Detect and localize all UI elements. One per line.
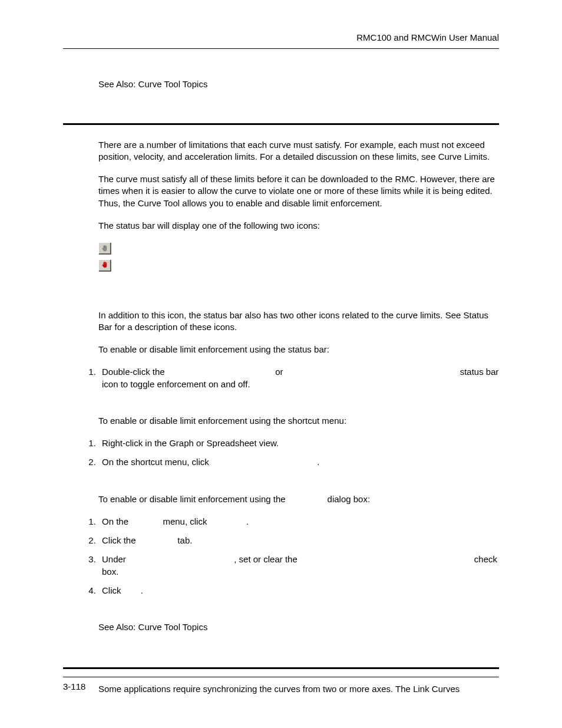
steps-dialog-box: On the menu, click . Click the tab. Unde… xyxy=(63,516,499,597)
step-text: Double-click the xyxy=(102,367,167,377)
doc-title: RMC100 and RMCWin User Manual xyxy=(356,32,499,44)
page-number: 3-118 xyxy=(63,681,85,691)
step-text: Click the xyxy=(102,535,138,545)
list-item: On the shortcut menu, click . xyxy=(98,456,499,468)
step-text: Click xyxy=(102,585,124,595)
paragraph: In addition to this icon, the status bar… xyxy=(98,309,499,334)
status-icon-enforced xyxy=(98,242,499,256)
list-item: Click . xyxy=(98,585,499,597)
step-text: . xyxy=(246,516,249,526)
step-text: , set or clear the xyxy=(234,554,300,564)
blank-placeholder xyxy=(211,457,317,467)
blank-placeholder xyxy=(300,554,472,564)
paragraph: The status bar will display one of the f… xyxy=(98,220,499,232)
step-text: . xyxy=(141,585,143,595)
paragraph: There are a number of limitations that e… xyxy=(98,139,499,163)
step-text: Under xyxy=(102,554,128,564)
blank-placeholder xyxy=(138,535,176,545)
hand-icon xyxy=(98,242,111,255)
paragraph: To enable or disable limit enforcement u… xyxy=(98,415,499,427)
step-text: menu, click xyxy=(160,516,209,526)
hand-stop-icon xyxy=(98,259,111,272)
blank-placeholder xyxy=(210,516,247,526)
para-text: dialog box: xyxy=(325,494,370,504)
page-header: RMC100 and RMCWin User Manual xyxy=(63,32,499,49)
list-item: Click the tab. xyxy=(98,535,499,546)
list-item: Under , set or clear the check box. xyxy=(98,554,499,578)
blank-placeholder xyxy=(131,516,160,526)
section-rule xyxy=(63,667,499,669)
status-icon-not-enforced xyxy=(98,259,499,273)
see-also-bottom: See Also: Curve Tool Topics xyxy=(98,621,499,633)
page-footer: 3-118 xyxy=(63,677,499,693)
steps-status-bar: Double-click the or status bar icon to t… xyxy=(63,366,499,390)
step-text: On the xyxy=(102,516,131,526)
blank-placeholder xyxy=(128,554,234,564)
blank-placeholder xyxy=(286,367,458,377)
blank-placeholder xyxy=(167,367,273,377)
step-text: . xyxy=(317,457,319,467)
blank-placeholder xyxy=(288,494,325,504)
list-item: On the menu, click . xyxy=(98,516,499,528)
section-rule xyxy=(63,123,499,125)
paragraph: To enable or disable limit enforcement u… xyxy=(98,493,499,505)
step-text: or xyxy=(273,367,286,377)
paragraph: The curve must satisfy all of these limi… xyxy=(98,173,499,209)
blank-placeholder xyxy=(124,585,141,595)
step-text: tab. xyxy=(175,535,192,545)
paragraph: To enable or disable limit enforcement u… xyxy=(98,344,499,355)
step-text: On the shortcut menu, click xyxy=(102,457,211,467)
list-item: Right-click in the Graph or Spreadsheet … xyxy=(98,437,499,449)
para-text: To enable or disable limit enforcement u… xyxy=(98,494,288,504)
steps-shortcut-menu: Right-click in the Graph or Spreadsheet … xyxy=(63,437,499,469)
list-item: Double-click the or status bar icon to t… xyxy=(98,366,499,390)
see-also-top: See Also: Curve Tool Topics xyxy=(63,78,499,90)
